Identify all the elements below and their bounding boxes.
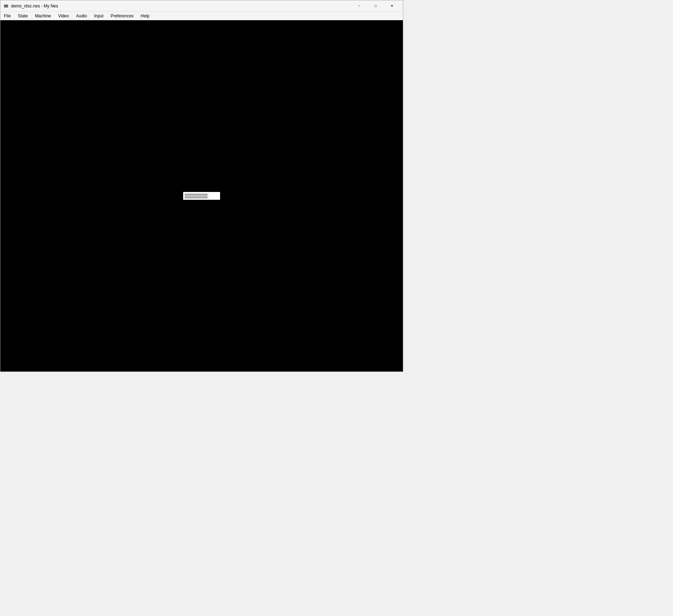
nes-display (0, 20, 403, 372)
bar-line-2 (185, 196, 208, 197)
bar-line-3 (185, 197, 208, 198)
maximize-button[interactable]: □ (367, 0, 384, 12)
menu-bar: File State Machine Video Audio Input Pre… (0, 12, 403, 20)
menu-state[interactable]: State (14, 12, 31, 20)
menu-input[interactable]: Input (91, 12, 107, 20)
title-bar-left: demo_ntsc.nes - My Nes (3, 3, 58, 9)
menu-help[interactable]: Help (137, 12, 153, 20)
svg-point-3 (6, 6, 6, 6)
menu-preferences[interactable]: Preferences (107, 12, 137, 20)
title-bar-controls: − □ ✕ (351, 0, 400, 12)
main-window: demo_ntsc.nes - My Nes − □ ✕ File State … (0, 0, 403, 372)
close-button[interactable]: ✕ (384, 0, 400, 12)
title-bar: demo_ntsc.nes - My Nes − □ ✕ (0, 0, 403, 12)
svg-rect-1 (4, 5, 5, 7)
menu-machine[interactable]: Machine (31, 12, 54, 20)
menu-file[interactable]: File (0, 12, 14, 20)
menu-video[interactable]: Video (55, 12, 72, 20)
app-icon (3, 3, 9, 9)
loading-indicator (183, 192, 220, 200)
minimize-button[interactable]: − (351, 0, 367, 12)
nes-screen-area (0, 20, 403, 372)
window-title: demo_ntsc.nes - My Nes (11, 4, 58, 9)
svg-rect-2 (7, 5, 8, 7)
bar-lines (185, 194, 208, 198)
bar-line-1 (185, 194, 208, 195)
bar-white-section (209, 193, 219, 199)
menu-audio[interactable]: Audio (72, 12, 91, 20)
